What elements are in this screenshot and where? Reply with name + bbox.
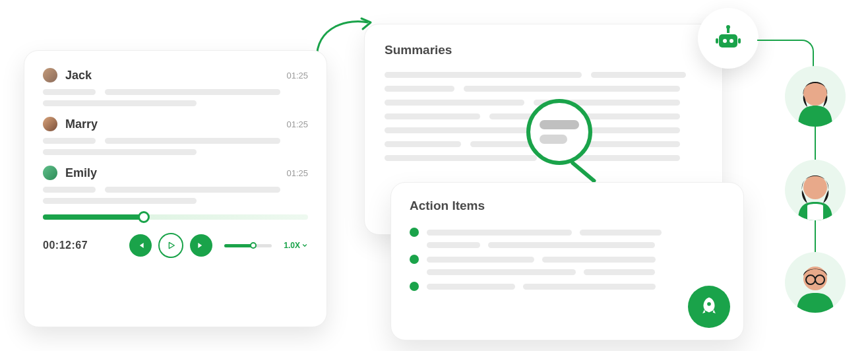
summaries-title: Summaries xyxy=(385,43,702,57)
speaker-name: Jack xyxy=(65,69,278,82)
volume-slider[interactable] xyxy=(224,244,272,247)
svg-point-5 xyxy=(726,25,730,29)
people-column xyxy=(782,66,848,313)
avatar xyxy=(43,117,57,131)
speaker-timestamp: 01:25 xyxy=(286,168,308,178)
play-icon xyxy=(166,240,176,251)
person-avatar xyxy=(785,160,846,220)
prev-track-button[interactable] xyxy=(129,234,152,257)
bullet-icon xyxy=(410,255,419,264)
speaker-name: Emily xyxy=(65,166,278,180)
svg-point-2 xyxy=(723,39,727,43)
player-controls: 00:12:67 1.0X xyxy=(43,233,308,258)
avatar xyxy=(43,68,57,82)
connector-line xyxy=(815,127,816,160)
chevron-down-icon xyxy=(301,242,308,249)
avatar xyxy=(43,166,57,180)
action-items-panel: Action Items xyxy=(390,182,744,340)
svg-point-3 xyxy=(729,39,733,43)
playback-speed[interactable]: 1.0X xyxy=(284,241,308,250)
speaker-row: Emily 01:25 xyxy=(43,166,308,204)
speaker-row: Jack 01:25 xyxy=(43,68,308,106)
playback-progress[interactable] xyxy=(43,214,308,220)
svg-rect-7 xyxy=(738,38,741,44)
speaker-timestamp: 01:25 xyxy=(286,119,308,129)
svg-point-0 xyxy=(707,302,711,306)
skip-forward-icon xyxy=(197,241,206,250)
robot-icon xyxy=(712,22,744,54)
skip-back-icon xyxy=(136,241,145,250)
play-button[interactable] xyxy=(158,233,183,258)
person-illustration-icon xyxy=(785,252,846,313)
speaker-timestamp: 01:25 xyxy=(286,71,308,80)
action-item xyxy=(410,228,725,237)
rocket-icon xyxy=(698,296,720,318)
launch-button[interactable] xyxy=(688,286,730,328)
transcript-panel: Jack 01:25 Marry 01:25 Emily 01:25 xyxy=(24,50,327,327)
action-item xyxy=(410,282,725,291)
speaker-row: Marry 01:25 xyxy=(43,117,308,155)
action-item xyxy=(410,255,725,264)
bullet-icon xyxy=(410,228,419,237)
elapsed-time: 00:12:67 xyxy=(43,239,123,251)
next-track-button[interactable] xyxy=(190,234,212,257)
svg-rect-6 xyxy=(716,38,718,44)
person-illustration-icon xyxy=(785,66,846,127)
person-illustration-icon xyxy=(785,160,846,220)
speaker-name: Marry xyxy=(65,117,278,131)
person-avatar xyxy=(785,252,846,313)
person-avatar xyxy=(785,66,846,127)
action-items-title: Action Items xyxy=(410,199,725,213)
ai-bot-badge xyxy=(698,8,759,69)
svg-point-9 xyxy=(803,176,827,199)
svg-rect-1 xyxy=(719,34,737,48)
bullet-icon xyxy=(410,282,419,291)
connector-line xyxy=(815,220,816,252)
